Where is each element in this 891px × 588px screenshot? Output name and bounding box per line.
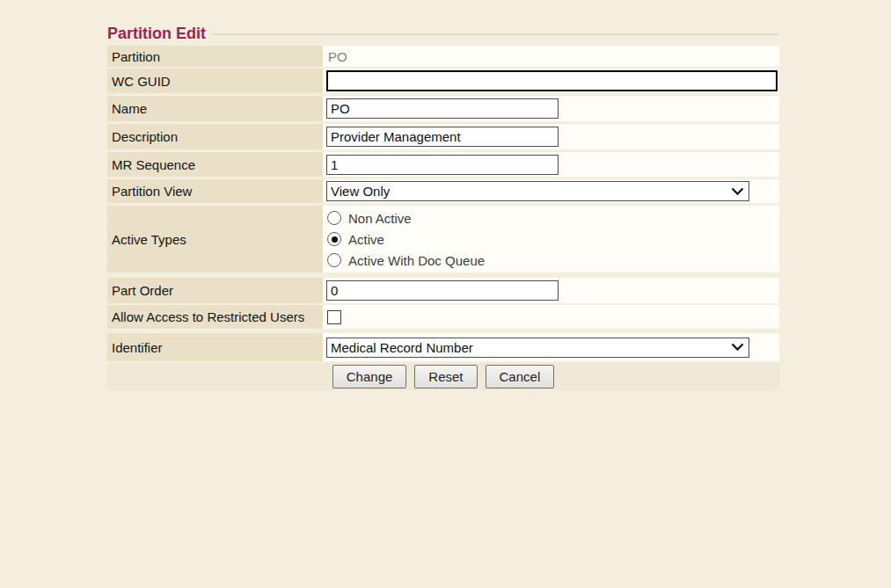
radio-icon[interactable] [327, 253, 341, 267]
field-row-mr-sequence: MR Sequence [107, 152, 779, 177]
allow-access-label: Allow Access to Restricted Users [107, 305, 323, 329]
identifier-select[interactable]: Medical Record Number [326, 338, 749, 358]
field-row-identifier: Identifier Medical Record Number [107, 333, 779, 361]
radio-option-active[interactable]: Active [327, 232, 485, 247]
partition-view-select[interactable]: View Only [326, 181, 749, 201]
allow-access-checkbox[interactable] [327, 310, 341, 324]
title-rule [212, 33, 779, 35]
reset-button[interactable]: Reset [414, 365, 477, 388]
radio-option-active-with-doc-queue[interactable]: Active With Doc Queue [327, 253, 485, 268]
wc-guid-label: WC GUID [107, 69, 323, 93]
description-label: Description [107, 124, 323, 149]
radio-option-label: Active [348, 232, 384, 247]
radio-icon[interactable] [327, 211, 341, 225]
partition-view-label: Partition View [107, 179, 323, 203]
identifier-label: Identifier [107, 333, 323, 361]
chevron-down-icon [731, 343, 744, 352]
field-row-allow-access: Allow Access to Restricted Users [107, 305, 779, 329]
change-button[interactable]: Change [332, 365, 407, 388]
identifier-selected-value: Medical Record Number [331, 340, 473, 355]
field-row-part-order: Part Order [107, 278, 779, 303]
page-title: Partition Edit [107, 25, 206, 43]
field-row-name: Name [107, 96, 779, 121]
mr-sequence-label: MR Sequence [107, 152, 323, 177]
part-order-input[interactable] [326, 280, 559, 301]
partition-label: Partition [107, 46, 323, 67]
description-input[interactable] [326, 127, 559, 147]
partition-view-selected-value: View Only [331, 184, 390, 199]
partition-edit-form: Partition Edit Partition PO WC GUID Name… [107, 24, 779, 390]
radio-icon-selected[interactable] [327, 232, 341, 246]
radio-option-label: Non Active [348, 211, 412, 226]
name-input[interactable] [326, 98, 559, 119]
wc-guid-input[interactable] [326, 70, 778, 91]
active-types-radio-group: Non Active Active Active With Doc Queue [326, 211, 485, 268]
field-row-wc-guid: WC GUID [107, 69, 779, 93]
field-row-active-types: Active Types Non Active Active Active Wi… [107, 206, 779, 272]
part-order-label: Part Order [107, 278, 323, 303]
title-row: Partition Edit [107, 24, 779, 43]
radio-option-non-active[interactable]: Non Active [327, 211, 485, 226]
radio-option-label: Active With Doc Queue [348, 253, 485, 268]
form-actions-row: Change Reset Cancel [107, 363, 779, 390]
chevron-down-icon [731, 187, 744, 196]
mr-sequence-input[interactable] [326, 155, 559, 175]
field-row-partition: Partition PO [107, 46, 779, 67]
name-label: Name [107, 96, 323, 121]
field-row-partition-view: Partition View View Only [107, 179, 779, 203]
partition-value: PO [326, 49, 347, 64]
active-types-label: Active Types [107, 206, 323, 272]
cancel-button[interactable]: Cancel [486, 365, 555, 388]
field-row-description: Description [107, 124, 779, 149]
